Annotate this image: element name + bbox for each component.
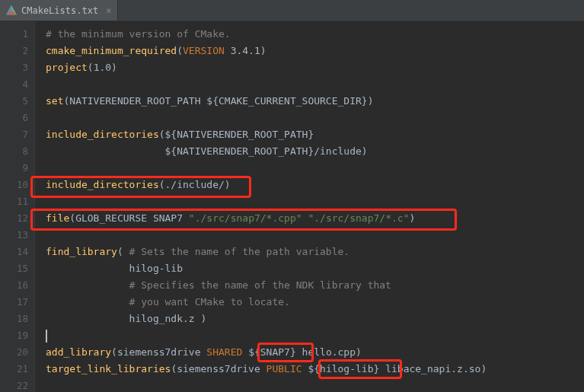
- line-number: 22: [0, 378, 28, 392]
- tab-filename: CMakeLists.txt: [21, 5, 98, 16]
- line-number: 15: [0, 260, 28, 277]
- line-gutter: 1 2 3 4 5 6 7 8 9 10 11 12 13 14 15 16 1…: [0, 21, 35, 392]
- line-number: 7: [0, 126, 28, 143]
- line-number: 14: [0, 244, 28, 260]
- code-line[interactable]: add_library(siemenss7drive SHARED ${SNAP…: [46, 344, 584, 361]
- line-number: 13: [0, 227, 28, 244]
- tab-bar: CMakeLists.txt ×: [0, 0, 584, 21]
- code-line[interactable]: [46, 110, 584, 126]
- code-line[interactable]: hilog-lib: [46, 260, 584, 277]
- code-line[interactable]: set(NATIVERENDER_ROOT_PATH ${CMAKE_CURRE…: [46, 93, 584, 110]
- code-line[interactable]: find_library( # Sets the name of the pat…: [46, 244, 584, 260]
- line-number: 9: [0, 160, 28, 177]
- code-line[interactable]: hilog_ndk.z ): [46, 311, 584, 327]
- line-number: 20: [0, 344, 28, 361]
- code-line[interactable]: file(GLOB_RECURSE SNAP7 "./src/snap7/*.c…: [46, 210, 584, 227]
- code-line[interactable]: target_link_libraries(siemenss7drive PUB…: [46, 361, 584, 378]
- line-number: 19: [0, 327, 28, 344]
- text-cursor: [46, 330, 47, 343]
- code-line[interactable]: [46, 76, 584, 93]
- line-number: 18: [0, 311, 28, 327]
- editor: 1 2 3 4 5 6 7 8 9 10 11 12 13 14 15 16 1…: [0, 21, 584, 392]
- code-line[interactable]: [46, 160, 584, 177]
- code-line[interactable]: cmake_minimum_required(VERSION 3.4.1): [46, 43, 584, 59]
- line-number: 4: [0, 76, 28, 93]
- line-number: 3: [0, 59, 28, 76]
- code-line[interactable]: ${NATIVERENDER_ROOT_PATH}/include): [46, 143, 584, 160]
- line-number: 8: [0, 143, 28, 160]
- code-line[interactable]: [46, 193, 584, 210]
- code-line[interactable]: # the minimum version of CMake.: [46, 26, 584, 43]
- line-number: 17: [0, 294, 28, 311]
- code-area[interactable]: # the minimum version of CMake. cmake_mi…: [35, 21, 584, 392]
- code-line[interactable]: [46, 327, 584, 344]
- file-tab[interactable]: CMakeLists.txt ×: [0, 0, 118, 21]
- code-line[interactable]: include_directories(${NATIVERENDER_ROOT_…: [46, 126, 584, 143]
- line-number: 6: [0, 110, 28, 126]
- code-line[interactable]: # you want CMake to locate.: [46, 294, 584, 311]
- line-number: 2: [0, 43, 28, 59]
- close-icon[interactable]: ×: [106, 5, 111, 16]
- line-number: 16: [0, 277, 28, 294]
- code-line[interactable]: [46, 378, 584, 392]
- line-number: 1: [0, 26, 28, 43]
- code-line[interactable]: project(1.0): [46, 59, 584, 76]
- code-line[interactable]: # Specifies the name of the NDK library …: [46, 277, 584, 294]
- line-number: 5: [0, 93, 28, 110]
- line-number: 21: [0, 361, 28, 378]
- cmake-file-icon: [6, 5, 17, 16]
- line-number: 12: [0, 210, 28, 227]
- code-line[interactable]: [46, 227, 584, 244]
- line-number: 10: [0, 177, 28, 193]
- line-number: 11: [0, 193, 28, 210]
- code-line[interactable]: include_directories(./include/): [46, 177, 584, 193]
